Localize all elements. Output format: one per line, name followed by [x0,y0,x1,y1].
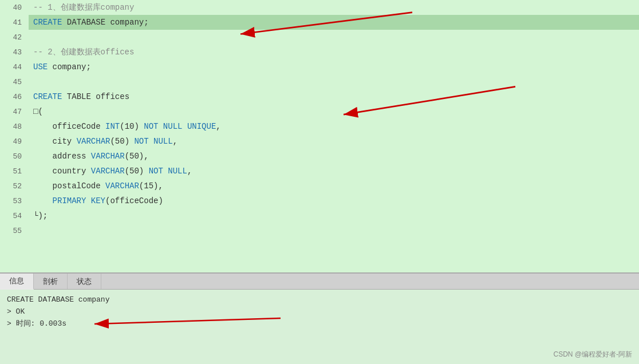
code-token: VARCHAR [91,152,125,161]
code-token: VARCHAR [77,137,111,146]
code-line-41: 41CREATE DATABASE company; [0,15,639,30]
bottom-panel: 信息 剖析 状态 CREATE DATABASE company> OK> 时间… [0,272,639,364]
code-token: -- 2、创建数据表offices [33,48,134,57]
line-number: 41 [0,15,29,30]
line-number: 46 [0,89,29,104]
code-token: (50), [125,152,149,161]
line-content: -- 2、创建数据表offices [29,45,639,60]
code-token: (50) [110,137,134,146]
code-token: , [187,167,192,176]
code-token: (officeCode) [105,196,163,205]
line-number: 42 [0,30,29,45]
line-content: PRIMARY KEY(officeCode) [29,193,639,208]
code-line-46: 46CREATE TABLE offices [0,89,639,104]
code-line-53: 53 PRIMARY KEY(officeCode) [0,193,639,208]
code-token: INT [105,122,120,131]
code-token: □( [33,107,43,116]
code-line-52: 52 postalCode VARCHAR(15), [0,179,639,193]
line-content: CREATE DATABASE company; [29,15,639,30]
line-content: □( [29,104,639,119]
code-line-47: 47□( [0,104,639,119]
bottom-wrapper: 信息 剖析 状态 CREATE DATABASE company> OK> 时间… [0,272,639,364]
code-token: address [33,152,91,161]
line-number: 40 [0,0,29,15]
code-token [33,196,53,205]
code-line-48: 48 officeCode INT(10) NOT NULL UNIQUE, [0,119,639,134]
panel-content: CREATE DATABASE company> OK> 时间: 0.003s [0,290,639,364]
line-number: 53 [0,193,29,208]
line-content [29,74,639,89]
code-line-51: 51 country VARCHAR(50) NOT NULL, [0,164,639,179]
code-token: , [216,122,220,131]
line-number: 54 [0,208,29,223]
line-content: USE company; [29,60,639,74]
line-content: country VARCHAR(50) NOT NULL, [29,164,639,179]
code-token: (15), [139,181,163,191]
code-line-49: 49 city VARCHAR(50) NOT NULL, [0,134,639,149]
line-content: postalCode VARCHAR(15), [29,179,639,193]
line-number: 43 [0,45,29,60]
tab-profile[interactable]: 剖析 [34,274,68,289]
code-token: NOT NULL [149,167,187,176]
code-token: NOT NULL [134,137,172,146]
code-line-43: 43-- 2、创建数据表offices [0,45,639,60]
code-token: TABLE offices [62,92,129,101]
line-content: -- 1、创建数据库company [29,0,639,15]
console-line: > 时间: 0.003s [7,318,632,330]
code-token: CREATE [33,18,62,27]
code-token: postalCode [33,181,105,191]
line-content [29,223,639,238]
code-line-40: 40-- 1、创建数据库company [0,0,639,15]
code-token: VARCHAR [105,181,139,191]
code-line-42: 42 [0,30,639,45]
code-token: , [173,137,178,146]
line-number: 47 [0,104,29,119]
code-token: country [33,167,91,176]
tab-status[interactable]: 状态 [68,274,101,289]
code-line-44: 44USE company; [0,60,639,74]
code-editor: 40-- 1、创建数据库company41CREATE DATABASE com… [0,0,639,272]
panel-tabs: 信息 剖析 状态 [0,274,639,290]
code-line-50: 50 address VARCHAR(50), [0,149,639,164]
code-token: officeCode [33,122,105,131]
watermark: CSDN @编程爱好者-阿新 [553,350,632,359]
line-number: 44 [0,60,29,74]
code-token: -- 1、创建数据库company [33,3,134,12]
line-number: 48 [0,119,29,134]
code-token: company; [48,62,91,72]
line-content: city VARCHAR(50) NOT NULL, [29,134,639,149]
code-token: CREATE [33,92,62,101]
line-number: 52 [0,179,29,193]
code-line-54: 54└); [0,208,639,223]
code-token: VARCHAR [91,167,125,176]
line-content: officeCode INT(10) NOT NULL UNIQUE, [29,119,639,134]
code-token: NOT NULL UNIQUE [144,122,216,131]
code-token: (10) [120,122,144,131]
code-token: DATABASE company; [62,18,148,27]
code-line-45: 45 [0,74,639,89]
code-token: USE [33,62,48,72]
main-container: 40-- 1、创建数据库company41CREATE DATABASE com… [0,0,639,364]
code-token: city [33,137,77,146]
line-content: CREATE TABLE offices [29,89,639,104]
code-token: (50) [125,167,149,176]
line-number: 45 [0,74,29,89]
tab-info[interactable]: 信息 [0,274,34,290]
code-table: 40-- 1、创建数据库company41CREATE DATABASE com… [0,0,639,238]
line-number: 55 [0,223,29,238]
line-content: └); [29,208,639,223]
line-content: address VARCHAR(50), [29,149,639,164]
code-token: └); [33,211,48,220]
line-number: 51 [0,164,29,179]
code-token: PRIMARY KEY [53,196,105,205]
line-content [29,30,639,45]
console-line: > OK [7,306,632,318]
line-number: 50 [0,149,29,164]
code-line-55: 55 [0,223,639,238]
line-number: 49 [0,134,29,149]
console-line: CREATE DATABASE company [7,294,632,306]
